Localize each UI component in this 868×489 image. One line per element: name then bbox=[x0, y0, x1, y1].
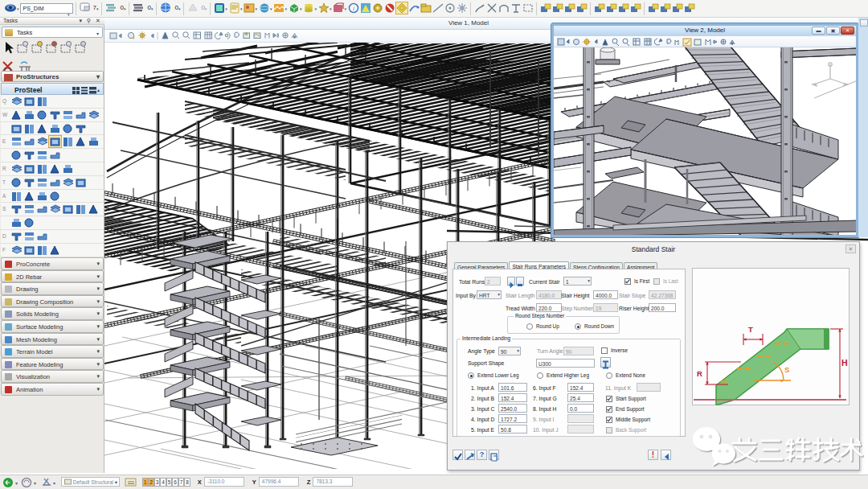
svg-text:S: S bbox=[784, 365, 789, 374]
svg-text:▾: ▾ bbox=[34, 481, 36, 486]
svg-text:H: H bbox=[841, 358, 848, 368]
svg-text:▾: ▾ bbox=[53, 481, 55, 486]
svg-text:▾: ▾ bbox=[15, 481, 18, 486]
svg-text:R: R bbox=[697, 369, 702, 378]
svg-text:T: T bbox=[748, 325, 753, 334]
svg-text:i: i bbox=[353, 5, 354, 12]
